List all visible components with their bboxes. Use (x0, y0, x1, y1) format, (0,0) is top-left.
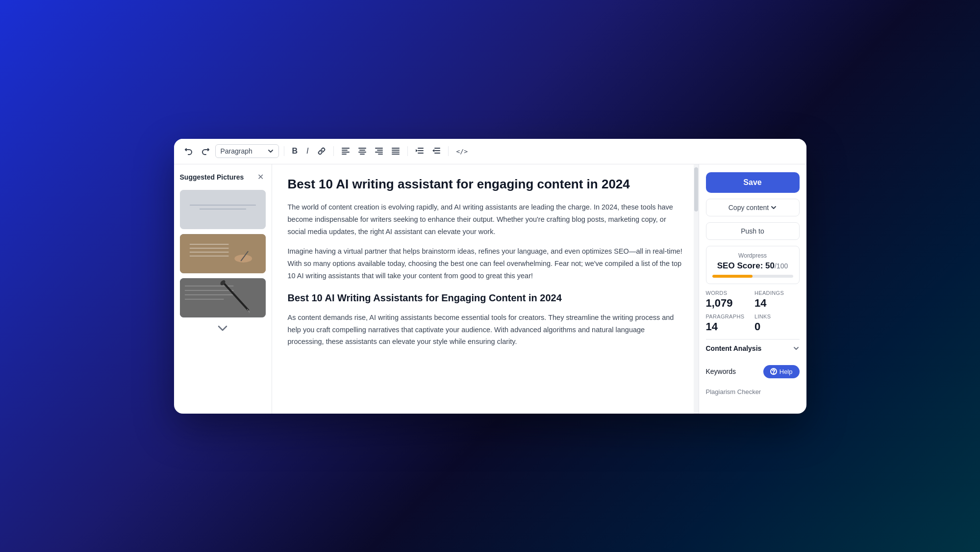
help-button[interactable]: Help (763, 365, 800, 378)
paragraph-chevron-icon (268, 148, 274, 154)
indent-icon (432, 148, 440, 155)
scroll-thumb[interactable] (694, 167, 698, 211)
seo-progress-fill (712, 275, 753, 278)
paragraph-select-label: Paragraph (221, 147, 264, 155)
svg-rect-26 (199, 209, 246, 210)
stat-headings: HEADINGS 14 (754, 290, 800, 310)
suggested-image-3[interactable] (180, 278, 266, 317)
align-center-button[interactable] (355, 145, 369, 157)
align-left-icon (342, 148, 350, 155)
stat-words: WORDS 1,079 (706, 290, 751, 310)
stat-paragraphs: PARAGRAPHS 14 (706, 314, 751, 333)
link-icon (318, 147, 326, 155)
copy-chevron-icon (771, 205, 777, 210)
svg-rect-28 (180, 234, 266, 273)
editor-text-area[interactable]: Best 10 AI writing assistant for engagin… (272, 164, 699, 414)
article-paragraph-1: The world of content creation is evolvin… (288, 201, 683, 237)
sidebar-left: Suggested Pictures ✕ (174, 164, 272, 414)
words-value: 1,079 (706, 297, 733, 310)
plagiarism-checker-label: Plagiarism Checker (706, 388, 800, 395)
svg-rect-38 (184, 294, 233, 295)
svg-rect-5 (359, 150, 365, 151)
svg-rect-3 (342, 154, 347, 155)
paragraph-select[interactable]: Paragraph (215, 144, 279, 158)
svg-rect-39 (184, 298, 224, 299)
svg-rect-29 (189, 244, 228, 244)
links-value: 0 (754, 320, 760, 333)
wordpress-seo-section: Wordpress SEO Score: 50/100 (706, 246, 800, 284)
svg-rect-7 (360, 154, 365, 155)
content-area: Suggested Pictures ✕ (174, 164, 806, 414)
svg-marker-21 (432, 149, 434, 152)
toolbar: Paragraph B I (174, 139, 806, 164)
content-analysis-row[interactable]: Content Analysis (706, 339, 800, 357)
push-to-button[interactable]: Push to (706, 222, 800, 240)
align-justify-icon (392, 148, 400, 155)
bold-button[interactable]: B (289, 144, 301, 158)
svg-rect-0 (342, 148, 350, 149)
stats-grid: WORDS 1,079 HEADINGS 14 PARAGRAPHS 14 LI… (706, 290, 800, 333)
svg-point-44 (773, 373, 774, 374)
svg-rect-20 (434, 148, 440, 149)
wordpress-label: Wordpress (712, 252, 793, 259)
article-title: Best 10 AI writing assistant for engagin… (288, 176, 683, 193)
undo-button[interactable] (182, 145, 196, 158)
svg-rect-16 (418, 148, 424, 149)
svg-rect-8 (375, 148, 383, 149)
copy-content-button[interactable]: Copy content (706, 199, 800, 216)
redo-button[interactable] (199, 145, 212, 158)
help-icon (770, 368, 777, 375)
sidebar-left-header: Suggested Pictures ✕ (180, 172, 266, 182)
seo-progress-bar (712, 275, 793, 278)
code-button[interactable]: </> (453, 145, 471, 158)
seo-score-display: SEO Score: 50/100 (712, 261, 793, 271)
align-center-icon (358, 148, 366, 155)
copy-content-label: Copy content (729, 204, 769, 211)
svg-rect-13 (392, 150, 400, 151)
svg-rect-14 (392, 152, 400, 153)
stat-links: LINKS 0 (754, 314, 800, 333)
align-left-button[interactable] (339, 145, 352, 157)
close-sidebar-button[interactable]: ✕ (255, 172, 266, 182)
toolbar-divider-1 (284, 146, 284, 156)
svg-rect-37 (184, 290, 233, 290)
svg-rect-1 (342, 150, 348, 151)
load-more-images-button[interactable] (180, 322, 266, 334)
italic-button[interactable]: I (303, 144, 311, 158)
svg-rect-11 (378, 154, 383, 155)
svg-marker-17 (416, 149, 418, 152)
svg-rect-2 (342, 152, 350, 153)
svg-rect-15 (392, 154, 400, 155)
scroll-track[interactable] (694, 164, 699, 414)
link-button[interactable] (315, 145, 328, 158)
suggested-pictures-title: Suggested Pictures (180, 173, 244, 181)
headings-value: 14 (754, 297, 766, 310)
keywords-label: Keywords (706, 368, 736, 375)
outdent-icon (416, 148, 424, 155)
outdent-button[interactable] (413, 145, 427, 157)
svg-rect-9 (377, 150, 383, 151)
article-paragraph-2: Imagine having a virtual partner that he… (288, 245, 683, 282)
svg-rect-25 (189, 205, 255, 206)
svg-rect-10 (375, 152, 383, 153)
svg-rect-22 (434, 150, 440, 151)
svg-rect-6 (358, 152, 366, 153)
suggested-image-2[interactable] (180, 234, 266, 273)
suggested-image-1[interactable] (180, 190, 266, 229)
toolbar-divider-2 (333, 146, 334, 156)
paragraphs-label: PARAGRAPHS (706, 314, 745, 319)
svg-rect-31 (189, 252, 228, 252)
paragraphs-value: 14 (706, 320, 718, 333)
toolbar-divider-4 (448, 146, 449, 156)
seo-score-value: 50 (765, 261, 775, 270)
align-right-button[interactable] (372, 145, 386, 157)
links-label: LINKS (754, 314, 771, 319)
editor-window: Paragraph B I (174, 139, 806, 414)
chevron-down-icon (217, 324, 228, 332)
save-button[interactable]: Save (706, 172, 800, 193)
align-justify-button[interactable] (389, 145, 402, 157)
sidebar-right: Save Copy content Push to Wordpress SEO … (699, 164, 806, 414)
indent-button[interactable] (429, 145, 443, 157)
align-right-icon (375, 148, 383, 155)
headings-label: HEADINGS (754, 290, 784, 296)
